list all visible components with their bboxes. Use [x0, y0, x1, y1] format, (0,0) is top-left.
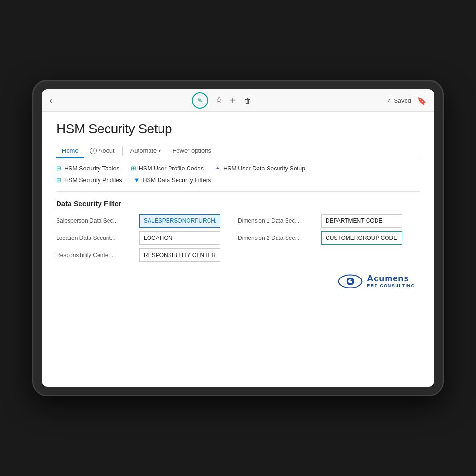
hsm-user-profile-codes-label: HSM User Profile Codes [139, 165, 204, 172]
logo-container: ↺ Acumens ERP CONSULTING [337, 273, 415, 289]
tab-fewer-options-label: Fewer options [172, 147, 211, 154]
section-title: Data Security Filter [56, 199, 420, 208]
user-data-security-icon: ✦ [215, 165, 220, 172]
hsm-data-security-filters-label: HSM Data Security Filters [142, 177, 211, 184]
nav-tabs: Home i About Automate ▾ Fewer options [56, 144, 420, 158]
hsm-security-tables-label: HSM Security Tables [64, 165, 119, 172]
check-icon: ✓ [387, 97, 392, 104]
salesperson-label: Salesperson Data Sec... [56, 218, 135, 224]
add-icon: + [230, 95, 236, 106]
tablet-screen: ‹ ✎ ⎙ + 🗑 ✓ Saved [42, 89, 434, 387]
logo-text: Acumens ERP CONSULTING [367, 274, 415, 288]
share-button[interactable]: ⎙ [217, 96, 221, 105]
salesperson-input[interactable] [139, 214, 220, 228]
logo-area: ↺ Acumens ERP CONSULTING [56, 273, 420, 289]
hsm-security-tables-button[interactable]: ⊞ HSM Security Tables [56, 165, 119, 172]
tablet-frame: ‹ ✎ ⎙ + 🗑 ✓ Saved [33, 81, 443, 395]
page-title: HSM Security Setup [56, 121, 420, 137]
logo-eye-icon: ↺ [337, 273, 363, 289]
saved-status: ✓ Saved [387, 97, 411, 104]
responsibility-input[interactable] [139, 248, 220, 262]
location-label: Location Data Securit... [56, 235, 135, 241]
hsm-security-profiles-label: HSM Security Profiles [64, 177, 122, 184]
dimension2-label: Dimension 2 Data Sec... [238, 235, 317, 241]
security-tables-icon: ⊞ [56, 165, 61, 172]
form-left-column: Salesperson Data Sec... Location Data Se… [56, 214, 238, 262]
user-profile-icon: ⊞ [131, 165, 136, 172]
responsibility-label: Responsibility Center ... [56, 252, 135, 258]
action-buttons-row-2: ⊞ HSM Security Profiles ▼ HSM Data Secur… [56, 177, 420, 184]
tab-about-label: About [99, 147, 115, 154]
top-toolbar: ‹ ✎ ⎙ + 🗑 ✓ Saved [42, 89, 434, 112]
form-row-salesperson: Salesperson Data Sec... [56, 214, 238, 228]
add-button[interactable]: + [230, 95, 236, 106]
hsm-security-profiles-button[interactable]: ⊞ HSM Security Profiles [56, 177, 122, 184]
form-row-location: Location Data Securit... [56, 231, 238, 245]
form-row-responsibility: Responsibility Center ... [56, 248, 238, 262]
tab-home[interactable]: Home [56, 144, 84, 158]
hsm-user-data-security-label: HSM User Data Security Setup [223, 165, 305, 172]
svg-point-3 [351, 279, 352, 281]
edit-icon: ✎ [197, 97, 203, 104]
hsm-user-data-security-button[interactable]: ✦ HSM User Data Security Setup [215, 165, 305, 172]
tab-automate-label: Automate [130, 147, 157, 154]
security-profiles-icon: ⊞ [56, 177, 61, 184]
tab-automate[interactable]: Automate ▾ [125, 144, 167, 158]
chevron-down-icon: ▾ [159, 148, 161, 153]
content-area: HSM Security Setup Home i About Automate… [42, 112, 434, 387]
share-icon: ⎙ [217, 96, 221, 105]
form-right-column: Dimension 1 Data Sec... Dimension 2 Data… [238, 214, 420, 262]
nav-divider [122, 146, 123, 156]
location-input[interactable] [139, 231, 220, 245]
delete-button[interactable]: 🗑 [244, 97, 251, 105]
hsm-data-security-filters-button[interactable]: ▼ HSM Data Security Filters [134, 177, 211, 184]
toolbar-right: ✓ Saved 🔖 [387, 96, 426, 105]
toolbar-left: ‹ [50, 96, 56, 106]
form-grid: Salesperson Data Sec... Location Data Se… [56, 214, 420, 262]
action-buttons-row-1: ⊞ HSM Security Tables ⊞ HSM User Profile… [56, 165, 420, 172]
section-divider [56, 191, 420, 192]
form-row-dimension2: Dimension 2 Data Sec... [238, 231, 420, 245]
tab-fewer-options[interactable]: Fewer options [167, 144, 217, 158]
toolbar-center: ✎ ⎙ + 🗑 [192, 92, 251, 109]
logo-name: Acumens [367, 274, 415, 284]
tab-home-label: Home [62, 147, 79, 154]
saved-label-text: Saved [394, 97, 411, 104]
dimension1-input[interactable] [321, 214, 402, 228]
logo-subtitle: ERP CONSULTING [367, 284, 415, 288]
dimension2-input[interactable] [321, 231, 402, 245]
bookmark-button[interactable]: 🔖 [417, 96, 426, 105]
edit-button[interactable]: ✎ [192, 92, 208, 109]
form-row-dimension1: Dimension 1 Data Sec... [238, 214, 420, 228]
info-icon: i [90, 148, 97, 154]
hsm-user-profile-codes-button[interactable]: ⊞ HSM User Profile Codes [131, 165, 204, 172]
delete-icon: 🗑 [244, 97, 251, 105]
back-button[interactable]: ‹ [50, 96, 52, 106]
dimension1-label: Dimension 1 Data Sec... [238, 218, 317, 224]
data-security-filters-icon: ▼ [134, 177, 140, 184]
tab-about[interactable]: i About [84, 144, 120, 158]
